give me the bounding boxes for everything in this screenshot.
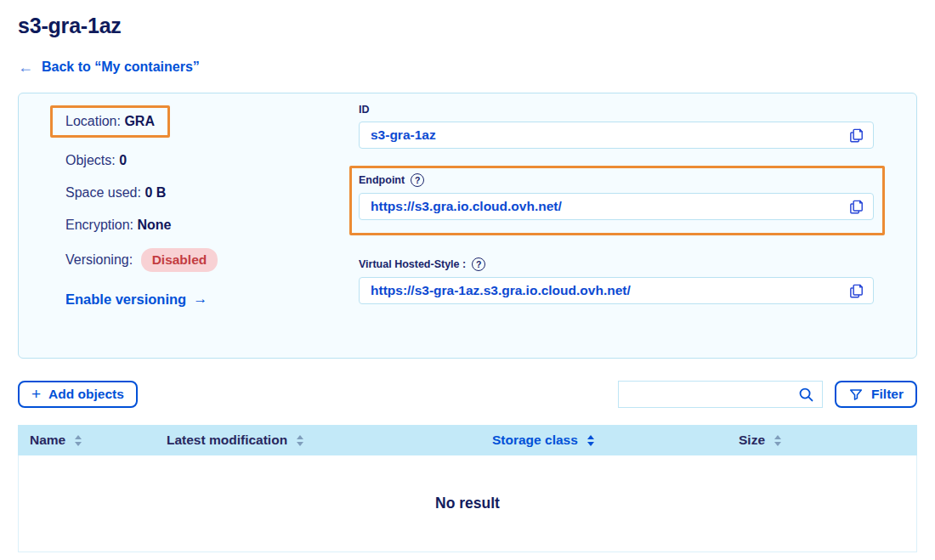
encryption-stat: Encryption: None [65,216,325,235]
container-endpoints: ID s3-gra-1az [325,93,916,358]
filter-button[interactable]: Filter [835,381,917,408]
search-box [618,381,823,408]
column-label: Storage class [492,433,578,448]
column-label: Name [30,433,65,448]
encryption-value: None [138,218,172,232]
endpoint-field-label-row: Endpoint ? [359,173,874,187]
copy-virtual-hosted-style-button[interactable] [848,283,864,299]
endpoint-field-group: Endpoint ? https://s3.gra.io.cloud.ovh.n… [359,173,874,220]
back-arrow-icon: ← [18,59,33,75]
back-link[interactable]: ← Back to “My containers” [18,59,200,75]
copy-icon [848,127,864,144]
virtual-hosted-style-field-group: Virtual Hosted-Style : ? https://s3-gra-… [359,257,874,304]
sort-arrows-icon [297,435,303,446]
copy-id-button[interactable] [848,127,864,144]
sort-arrows-icon [587,435,594,446]
container-info-panel: Location: GRA Objects: 0 Space used: 0 B… [18,93,917,359]
space-used-stat: Space used: 0 B [65,184,325,202]
annotation-box-endpoint: Endpoint ? https://s3.gra.io.cloud.ovh.n… [349,166,885,235]
versioning-stat: Versioning: Disabled [65,248,325,272]
endpoint-field-value: https://s3.gra.io.cloud.ovh.net/ [371,199,562,214]
column-label: Latest modification [167,433,287,448]
column-header-name[interactable]: Name [18,433,167,448]
endpoint-field-label: Endpoint [359,174,405,186]
objects-table: Name Latest modification Storage class S… [18,425,917,552]
add-objects-button[interactable]: + Add objects [18,381,138,408]
help-icon[interactable]: ? [411,173,424,187]
arrow-right-icon: → [193,291,207,308]
encryption-label: Encryption: [65,218,133,232]
empty-result-message: No result [435,495,500,512]
objects-stat: Objects: 0 [65,151,325,170]
page-title: s3-gra-1az [18,14,917,38]
sort-arrows-icon [774,435,781,446]
help-icon[interactable]: ? [472,257,485,271]
column-header-storage-class[interactable]: Storage class [492,433,739,448]
enable-versioning-label: Enable versioning [65,291,186,308]
column-header-latest-modification[interactable]: Latest modification [167,433,492,448]
id-field-value: s3-gra-1az [371,127,436,143]
container-detail-page: s3-gra-1az ← Back to “My containers” Loc… [0,0,935,552]
objects-table-header: Name Latest modification Storage class S… [18,425,917,455]
sort-arrows-icon [75,435,82,446]
column-header-size[interactable]: Size [739,433,917,448]
virtual-hosted-style-label: Virtual Hosted-Style : [359,258,466,270]
filter-funnel-icon [848,387,864,402]
versioning-status-badge: Disabled [141,248,218,272]
virtual-hosted-style-label-row: Virtual Hosted-Style : ? [359,257,874,271]
location-label: Location: [65,114,121,128]
objects-table-body: No result [18,455,917,552]
search-icon[interactable] [797,386,815,404]
objects-toolbar: + Add objects Filter [18,381,917,408]
search-input[interactable] [620,382,797,407]
space-used-value: 0 B [144,185,166,200]
virtual-hosted-style-value: https://s3-gra-1az.s3.gra.io.cloud.ovh.n… [371,283,631,298]
objects-value: 0 [119,153,127,167]
column-label: Size [739,433,765,448]
objects-label: Objects: [65,153,116,167]
endpoint-field[interactable]: https://s3.gra.io.cloud.ovh.net/ [359,193,874,220]
enable-versioning-link[interactable]: Enable versioning → [65,291,207,308]
filter-button-label: Filter [871,387,904,402]
copy-icon [848,199,864,215]
location-value: GRA [124,114,155,128]
container-stats: Location: GRA Objects: 0 Space used: 0 B… [19,93,325,358]
add-objects-label: Add objects [48,387,124,402]
space-used-label: Space used: [65,185,141,200]
id-field[interactable]: s3-gra-1az [359,122,874,149]
copy-endpoint-button[interactable] [848,199,864,215]
versioning-label: Versioning: [65,252,133,267]
copy-icon [848,283,864,299]
back-link-label: Back to “My containers” [42,59,200,75]
id-field-label: ID [359,104,874,116]
plus-icon: + [31,386,41,402]
virtual-hosted-style-field[interactable]: https://s3-gra-1az.s3.gra.io.cloud.ovh.n… [359,277,874,304]
annotation-box-location: Location: GRA [50,105,170,138]
id-field-group: ID s3-gra-1az [359,104,874,149]
